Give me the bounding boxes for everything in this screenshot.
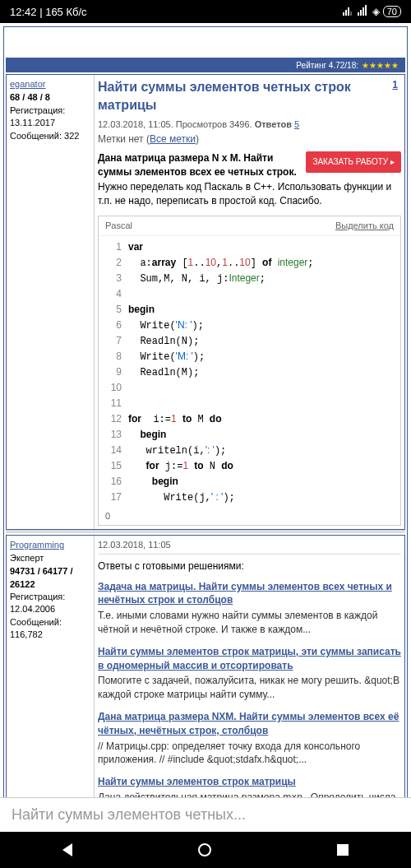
wifi-icon: ◈ bbox=[372, 6, 380, 17]
top-spacer bbox=[6, 29, 405, 58]
signal-icon bbox=[358, 5, 367, 18]
thread-title: Найти суммы элементов четных строк матри… bbox=[98, 78, 401, 115]
related-link[interactable]: Найти суммы элементов строк матрицы bbox=[98, 776, 296, 787]
username-link[interactable]: Programming bbox=[10, 540, 64, 550]
rating-bar: Рейтинг 4.72/18:★★★★★ bbox=[6, 58, 405, 72]
order-button[interactable]: ЗАКАЗАТЬ РАБОТУ bbox=[306, 151, 401, 174]
android-nav bbox=[0, 832, 411, 868]
home-button[interactable] bbox=[198, 843, 211, 856]
answers-link[interactable]: 5 bbox=[294, 119, 299, 129]
post-1: eganator 68 / 48 / 8 Регистрация: 13.11.… bbox=[6, 74, 405, 530]
signal-icon bbox=[343, 6, 353, 18]
all-tags-link[interactable]: Все метки bbox=[150, 133, 196, 145]
code-content: 1var 2 a:array [1..10,1..10] of integer;… bbox=[99, 236, 400, 508]
related-link[interactable]: Задача на матрицы. Найти суммы элементов… bbox=[98, 581, 392, 606]
post-number[interactable]: 1 bbox=[392, 78, 398, 92]
status-bar: 12:42 | 165 Кб/с ◈ 70 bbox=[0, 0, 411, 23]
code-block: PascalВыделить код 1var 2 a:array [1..10… bbox=[98, 216, 401, 527]
search-bar[interactable]: Найти суммы элементов четных... bbox=[0, 797, 411, 832]
related-link[interactable]: Найти суммы элементов строк матрицы, эти… bbox=[98, 646, 401, 671]
recents-button[interactable] bbox=[337, 844, 349, 856]
related-link[interactable]: Дана матрица размера NXM. Найти суммы эл… bbox=[98, 711, 399, 736]
username-link[interactable]: eganator bbox=[10, 79, 45, 89]
battery-icon: 70 bbox=[383, 6, 401, 17]
post-2: Programming Эксперт 94731 / 64177 / 2612… bbox=[6, 535, 405, 797]
select-code-link[interactable]: Выделить код bbox=[335, 220, 394, 233]
back-button[interactable] bbox=[62, 843, 72, 856]
